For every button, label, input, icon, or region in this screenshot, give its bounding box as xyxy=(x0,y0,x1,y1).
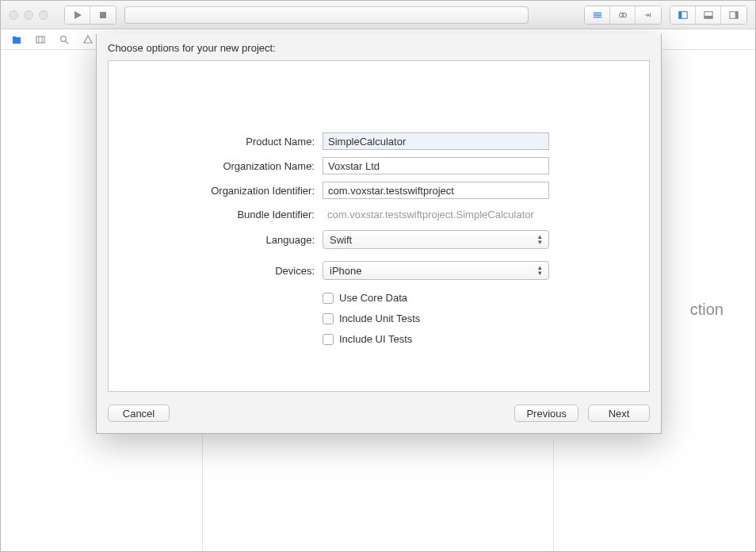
use-core-data-label: Use Core Data xyxy=(339,292,407,304)
include-unit-tests-checkbox[interactable] xyxy=(323,313,334,324)
version-editor-button[interactable] xyxy=(636,6,661,24)
next-button[interactable]: Next xyxy=(588,404,650,422)
organization-identifier-label: Organization Identifier: xyxy=(109,185,315,197)
language-label: Language: xyxy=(109,234,315,246)
bundle-identifier-label: Bundle Identifier: xyxy=(109,209,315,220)
include-unit-tests-label: Include Unit Tests xyxy=(339,312,420,324)
devices-select[interactable]: iPhone ▴▾ xyxy=(323,261,549,280)
chevron-updown-icon: ▴▾ xyxy=(538,265,542,276)
assistant-editor-button[interactable] xyxy=(610,6,636,24)
product-name-input[interactable] xyxy=(323,132,549,150)
titlebar xyxy=(1,1,755,29)
sheet-footer: Cancel Previous Next xyxy=(108,403,650,424)
organization-name-label: Organization Name: xyxy=(109,160,315,172)
devices-select-value: iPhone xyxy=(330,265,361,277)
include-ui-tests-label: Include UI Tests xyxy=(339,333,412,345)
toggle-navigator-button[interactable] xyxy=(670,6,696,24)
chevron-updown-icon: ▴▾ xyxy=(538,234,542,245)
svg-rect-0 xyxy=(100,12,106,18)
language-select[interactable]: Swift ▴▾ xyxy=(323,230,549,249)
svg-rect-8 xyxy=(735,11,738,18)
svg-point-2 xyxy=(621,13,625,17)
organization-name-input[interactable] xyxy=(323,157,549,174)
run-stop-group xyxy=(64,6,116,25)
sheet-title: Choose options for your new project: xyxy=(97,34,661,60)
svg-rect-9 xyxy=(36,36,44,43)
background-partial-text: ction xyxy=(690,301,724,319)
use-core-data-checkbox[interactable] xyxy=(323,293,334,304)
organization-identifier-input[interactable] xyxy=(323,182,549,199)
product-name-label: Product Name: xyxy=(109,136,315,148)
panel-toggle-group xyxy=(670,6,747,25)
svg-point-10 xyxy=(61,36,67,41)
xcode-window: ction Choose options for your new projec… xyxy=(0,0,756,552)
editor-right-divider xyxy=(553,439,554,551)
window-controls xyxy=(9,10,48,20)
devices-label: Devices: xyxy=(109,265,315,277)
issue-navigator-icon[interactable] xyxy=(82,33,94,46)
standard-editor-button[interactable] xyxy=(585,6,610,24)
zoom-window-button[interactable] xyxy=(39,10,48,20)
editor-mode-group xyxy=(584,6,662,25)
include-ui-tests-checkbox[interactable] xyxy=(323,334,334,345)
bundle-identifier-value: com.voxstar.testswiftproject.SimpleCalcu… xyxy=(323,206,539,223)
scheme-activity-bar[interactable] xyxy=(124,6,529,24)
toggle-debug-button[interactable] xyxy=(696,6,721,24)
sheet-panel: Product Name: Organization Name: Organiz… xyxy=(108,60,650,392)
stop-button[interactable] xyxy=(90,6,116,24)
cancel-button[interactable]: Cancel xyxy=(108,404,170,422)
new-project-sheet: Choose options for your new project: Pro… xyxy=(96,34,662,434)
find-navigator-icon[interactable] xyxy=(58,33,71,46)
run-button[interactable] xyxy=(65,6,90,24)
svg-rect-6 xyxy=(704,15,712,17)
project-navigator-icon[interactable] xyxy=(10,33,23,46)
svg-rect-4 xyxy=(678,11,681,18)
toggle-utilities-button[interactable] xyxy=(721,6,746,24)
language-select-value: Swift xyxy=(330,234,352,246)
symbol-navigator-icon[interactable] xyxy=(34,33,47,46)
previous-button[interactable]: Previous xyxy=(514,404,578,422)
minimize-window-button[interactable] xyxy=(24,10,33,20)
close-window-button[interactable] xyxy=(9,10,18,20)
project-options-form: Product Name: Organization Name: Organiz… xyxy=(109,132,649,345)
